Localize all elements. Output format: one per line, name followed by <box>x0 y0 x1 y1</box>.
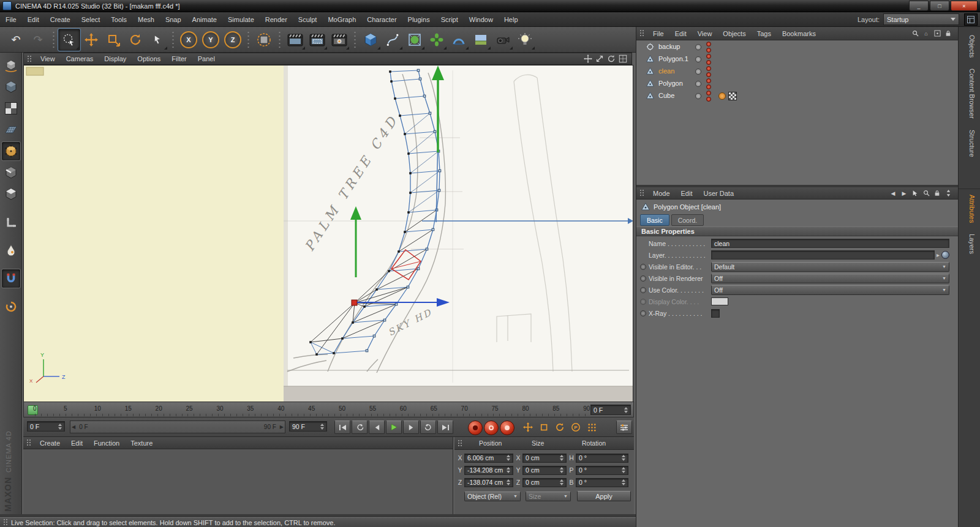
record-point-level-button[interactable] <box>584 420 599 434</box>
stepper-arrows[interactable] <box>620 467 628 473</box>
stepper-arrows[interactable] <box>559 479 566 485</box>
animation-settings-button[interactable] <box>616 420 632 434</box>
layer-dot[interactable] <box>695 81 701 87</box>
visibility-dots[interactable] <box>706 78 711 89</box>
display-color-swatch[interactable] <box>711 297 728 305</box>
record-keyframes-button[interactable] <box>468 420 483 435</box>
timeline-ruler[interactable]: 051015202530354045505560657075808590 0 F <box>23 402 634 417</box>
history-forward-icon[interactable]: ▶ <box>899 189 909 198</box>
stepper-arrows[interactable] <box>559 467 566 473</box>
add-subdivision-button[interactable] <box>404 29 426 51</box>
render-picture-viewer-button[interactable] <box>306 29 328 51</box>
coordinate-mode-dropdown[interactable]: Object (Rel) ▼ <box>464 491 521 501</box>
object-row-clean[interactable]: clean <box>636 65 958 77</box>
visibility-dots[interactable] <box>706 66 711 77</box>
end-frame-field[interactable]: 90 F <box>289 421 327 432</box>
layer-browser-icon[interactable] <box>941 251 949 259</box>
object-manager-menu-tags[interactable]: Tags <box>752 26 777 41</box>
previous-frame-button[interactable] <box>369 420 385 434</box>
lock-icon[interactable] <box>932 189 942 198</box>
layer-field[interactable] <box>711 250 935 260</box>
next-frame-button[interactable] <box>403 420 419 434</box>
home-icon[interactable]: ⌂ <box>921 29 931 38</box>
reset-bullet-icon[interactable] <box>640 299 646 305</box>
x-ray-checkbox[interactable] <box>711 309 720 318</box>
object-manager-menu-bookmarks[interactable]: Bookmarks <box>777 26 821 41</box>
menubar-item-help[interactable]: Help <box>499 12 524 27</box>
attribute-manager-menu-mode[interactable]: Mode <box>647 186 676 201</box>
reset-bullet-icon[interactable] <box>640 310 646 316</box>
model-mode-button[interactable] <box>2 78 20 96</box>
gui-layout-icon[interactable] <box>964 13 978 26</box>
reset-bullet-icon[interactable] <box>640 264 646 270</box>
layer-dot[interactable] <box>695 93 701 99</box>
apply-button[interactable]: Apply <box>577 491 631 501</box>
pick-icon[interactable] <box>910 189 920 198</box>
lock-y-button[interactable]: Y <box>200 29 222 51</box>
range-start-arrow-icon[interactable]: ◀ <box>70 424 77 430</box>
viewport-menu-cameras[interactable]: Cameras <box>61 51 99 66</box>
object-manager-menu-objects[interactable]: Objects <box>717 26 751 41</box>
material-manager-menu-texture[interactable]: Texture <box>125 436 158 450</box>
previous-key-button[interactable] <box>352 420 368 434</box>
attribute-manager-menu-edit[interactable]: Edit <box>676 186 698 201</box>
move-button[interactable] <box>80 29 102 51</box>
menubar-item-character[interactable]: Character <box>361 12 402 27</box>
menubar-item-script[interactable]: Script <box>435 12 464 27</box>
polygons-mode-button[interactable] <box>2 185 20 203</box>
object-manager-menu-view[interactable]: View <box>692 26 718 41</box>
redo-button[interactable]: ↷ <box>27 29 49 51</box>
position-z-field[interactable]: -138.074 cm <box>464 478 513 487</box>
drag-handle-icon[interactable] <box>639 29 644 37</box>
range-start-label[interactable]: 0 F <box>77 424 90 430</box>
live-selection-button[interactable] <box>58 29 80 51</box>
maximize-button[interactable]: □ <box>930 1 949 11</box>
search-icon[interactable] <box>921 189 931 198</box>
search-icon[interactable] <box>910 29 920 38</box>
enable-snap-button[interactable] <box>2 269 20 288</box>
goto-start-button[interactable] <box>334 420 350 434</box>
object-manager-menu-file[interactable]: File <box>647 26 669 41</box>
texture-mode-button[interactable] <box>2 99 20 118</box>
name-input[interactable]: clean <box>711 239 949 248</box>
drag-handle-icon[interactable] <box>26 439 31 447</box>
reset-bullet-icon[interactable] <box>640 287 646 293</box>
menubar-item-create[interactable]: Create <box>45 12 76 27</box>
range-end-label[interactable]: 90 F <box>262 424 279 430</box>
record-parameter-button[interactable]: P <box>568 420 583 434</box>
menubar-item-plugins[interactable]: Plugins <box>402 12 435 27</box>
record-position-button[interactable] <box>521 420 535 434</box>
tab-objects[interactable]: Objects <box>963 29 976 63</box>
current-frame-field[interactable]: 0 F <box>27 421 65 432</box>
coordinate-system-button[interactable] <box>253 29 275 51</box>
menubar-item-edit[interactable]: Edit <box>22 12 45 27</box>
drag-handle-icon[interactable] <box>27 55 32 63</box>
visibility-dots[interactable] <box>706 42 711 53</box>
keyframe-selection-button[interactable] <box>500 420 514 435</box>
viewport-menu-view[interactable]: View <box>35 51 61 66</box>
lock-x-button[interactable]: X <box>178 29 200 51</box>
drag-handle-icon[interactable] <box>639 189 644 197</box>
viewport-menu-panel[interactable]: Panel <box>192 51 221 66</box>
add-cube-button[interactable] <box>360 29 382 51</box>
record-scale-button[interactable] <box>537 420 551 434</box>
attribute-manager-menu-user-data[interactable]: User Data <box>698 186 740 201</box>
menubar-item-snap[interactable]: Snap <box>160 12 187 27</box>
rotation-p-field[interactable]: 0 ° <box>576 466 628 475</box>
material-manager-menu-edit[interactable]: Edit <box>66 436 88 450</box>
menubar-item-sculpt[interactable]: Sculpt <box>293 12 323 27</box>
visibility-dots[interactable] <box>706 91 711 102</box>
viewport-menu-options[interactable]: Options <box>132 51 166 66</box>
render-view-button[interactable] <box>284 29 306 51</box>
frame-spinner[interactable]: 0 F <box>590 405 631 415</box>
edges-mode-button[interactable] <box>2 163 20 182</box>
layer-dot[interactable] <box>695 44 701 50</box>
camera-zoom-icon[interactable] <box>594 54 605 64</box>
goto-end-button[interactable] <box>437 420 453 434</box>
visibility-dots[interactable] <box>706 54 711 65</box>
tab-coord[interactable]: Coord. <box>671 214 704 226</box>
selection-tag-icon[interactable] <box>718 92 726 100</box>
rotation-h-field[interactable]: 0 ° <box>576 454 628 463</box>
menubar-item-render[interactable]: Render <box>260 12 293 27</box>
points-mode-button[interactable] <box>2 142 20 160</box>
